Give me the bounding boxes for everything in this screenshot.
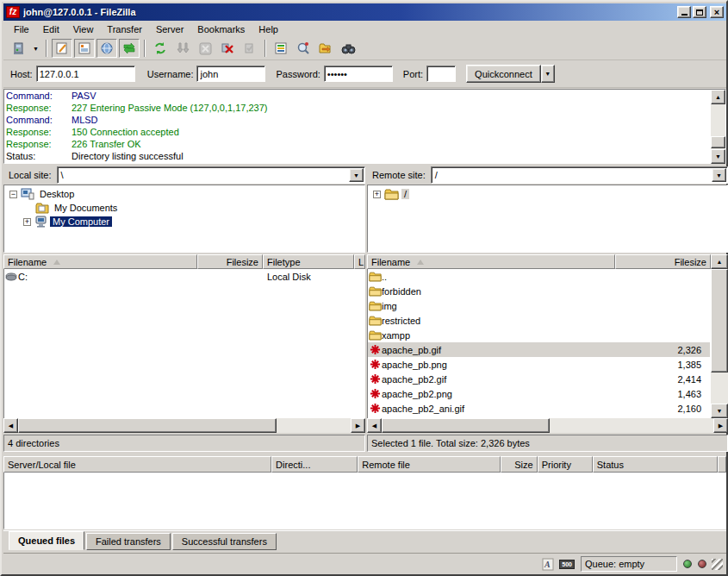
remote-file-row[interactable]: xampp bbox=[368, 328, 710, 342]
tab-queued-files[interactable]: Queued files bbox=[9, 531, 84, 550]
remote-file-row[interactable]: img bbox=[368, 298, 710, 313]
quickconnect-dropdown-button[interactable]: ▼ bbox=[541, 65, 555, 83]
queue-tabs: Queued files Failed transfers Successful… bbox=[3, 530, 726, 550]
disconnect-button[interactable] bbox=[217, 39, 238, 58]
remote-file-row[interactable]: restricted bbox=[368, 313, 710, 328]
tree-item-my-documents[interactable]: My Documents bbox=[4, 201, 364, 215]
resize-grip-icon[interactable] bbox=[712, 559, 723, 570]
remote-file-row[interactable]: apache_pb2.gif 2,414 bbox=[368, 372, 710, 386]
filter-icon bbox=[274, 41, 288, 55]
remote-scroll-up-button[interactable]: ▲ bbox=[711, 254, 728, 269]
file-search-button[interactable] bbox=[293, 39, 314, 58]
queue-col-status[interactable]: Status bbox=[593, 456, 718, 473]
expand-icon[interactable]: + bbox=[23, 218, 31, 226]
folder-icon bbox=[369, 330, 382, 341]
queue-col-size[interactable]: Size bbox=[501, 456, 537, 473]
site-manager-button[interactable] bbox=[8, 39, 28, 58]
password-input[interactable] bbox=[324, 66, 393, 82]
menu-transfer[interactable]: Transfer bbox=[100, 22, 149, 36]
message-log: Command:PASV Response:227 Entering Passi… bbox=[3, 89, 726, 164]
remote-file-row[interactable]: apache_pb.png 1,385 bbox=[368, 357, 710, 372]
local-file-row[interactable]: C: Local Disk bbox=[4, 269, 364, 284]
host-input[interactable] bbox=[36, 66, 135, 82]
remote-scroll-left-button[interactable]: ◀ bbox=[367, 418, 382, 433]
port-input[interactable] bbox=[426, 66, 456, 82]
tab-successful-transfers[interactable]: Successful transfers bbox=[172, 533, 277, 550]
toggle-transfer-queue-button[interactable] bbox=[119, 39, 140, 58]
local-col-filesize[interactable]: Filesize bbox=[197, 254, 263, 269]
local-site-combo[interactable]: \ ▼ bbox=[57, 166, 365, 184]
local-hscrollbar-thumb[interactable] bbox=[18, 418, 277, 433]
remote-file-row[interactable]: apache_pb2.png 1,463 bbox=[368, 386, 710, 401]
log-scroll-up-button[interactable]: ▲ bbox=[711, 90, 725, 104]
remote-site-bar: Remote site: / ▼ bbox=[367, 166, 728, 185]
remote-site-dropdown-icon[interactable]: ▼ bbox=[712, 168, 726, 182]
remote-scroll-right-button[interactable]: ▶ bbox=[713, 418, 728, 433]
directory-filter-button[interactable] bbox=[271, 39, 291, 58]
remote-scroll-down-button[interactable]: ▼ bbox=[711, 404, 728, 418]
remote-site-combo[interactable]: / ▼ bbox=[431, 166, 728, 184]
menu-bookmarks[interactable]: Bookmarks bbox=[190, 22, 252, 36]
local-col-lastmodified[interactable]: L bbox=[354, 254, 365, 269]
refresh-button[interactable] bbox=[150, 39, 171, 58]
remote-file-row[interactable]: forbidden bbox=[368, 284, 710, 298]
username-input[interactable] bbox=[196, 66, 265, 82]
site-manager-dropdown-button[interactable]: ▼ bbox=[30, 39, 41, 58]
file-size: 2,414 bbox=[624, 374, 710, 385]
minimize-button[interactable] bbox=[677, 6, 691, 18]
tree-item-desktop[interactable]: − Desktop bbox=[4, 187, 364, 201]
reconnect-button[interactable] bbox=[240, 39, 260, 58]
file-size: 2,160 bbox=[624, 404, 710, 414]
queue-col-remote-file[interactable]: Remote file bbox=[358, 456, 501, 473]
menu-server[interactable]: Server bbox=[149, 22, 190, 36]
menu-file[interactable]: File bbox=[7, 22, 36, 36]
log-line: Command:PASV bbox=[4, 90, 725, 102]
selected-tree-label: My Computer bbox=[50, 216, 112, 227]
expand-icon[interactable]: + bbox=[373, 191, 381, 198]
toggle-remote-tree-button[interactable] bbox=[96, 39, 117, 58]
file-type: Local Disk bbox=[264, 272, 355, 282]
menu-help[interactable]: Help bbox=[252, 22, 285, 36]
local-scroll-left-button[interactable]: ◀ bbox=[3, 418, 18, 433]
tree-item-root[interactable]: + / bbox=[368, 187, 727, 201]
compare-directories-button[interactable] bbox=[315, 39, 336, 58]
file-size: 2,326 bbox=[624, 345, 710, 355]
remote-col-filesize[interactable]: Filesize bbox=[615, 254, 711, 269]
process-queue-button[interactable] bbox=[172, 39, 193, 58]
tree-item-my-computer[interactable]: + My Computer bbox=[4, 215, 364, 229]
local-col-filename[interactable]: Filename bbox=[3, 254, 197, 269]
local-site-dropdown-icon[interactable]: ▼ bbox=[349, 168, 364, 182]
quickconnect-button[interactable]: Quickconnect bbox=[466, 65, 541, 83]
local-col-filetype[interactable]: Filetype bbox=[263, 254, 354, 269]
toggle-message-log-button[interactable] bbox=[52, 39, 72, 58]
collapse-icon[interactable]: − bbox=[9, 191, 17, 198]
remote-file-row[interactable]: apache_pb2_ani.gif 2,160 bbox=[368, 401, 710, 416]
remote-file-row[interactable]: .. bbox=[368, 269, 710, 284]
remote-scrollbar-track[interactable] bbox=[711, 373, 728, 404]
toggle-local-tree-button[interactable] bbox=[74, 39, 95, 58]
remote-hscrollbar-thumb[interactable] bbox=[382, 418, 550, 433]
remote-hscrollbar-track[interactable] bbox=[550, 418, 713, 433]
queue-col-server-local-file[interactable]: Server/Local file bbox=[3, 456, 271, 473]
remote-file-row-selected[interactable]: apache_pb.gif 2,326 bbox=[368, 342, 710, 357]
tab-failed-transfers[interactable]: Failed transfers bbox=[86, 533, 171, 550]
sort-asc-icon bbox=[417, 260, 424, 265]
local-file-list: C: Local Disk bbox=[3, 269, 365, 418]
local-scroll-right-button[interactable]: ▶ bbox=[351, 418, 365, 433]
menu-edit[interactable]: Edit bbox=[36, 22, 66, 36]
log-scrollbar-thumb[interactable] bbox=[711, 136, 725, 148]
queue-col-priority[interactable]: Priority bbox=[538, 456, 593, 473]
local-hscrollbar-track[interactable] bbox=[277, 418, 351, 433]
folder-icon bbox=[369, 301, 382, 311]
log-scroll-down-button[interactable]: ▼ bbox=[711, 149, 725, 164]
remote-col-filename[interactable]: Filename bbox=[367, 254, 615, 269]
cancel-operation-button[interactable] bbox=[195, 39, 215, 58]
menu-view[interactable]: View bbox=[66, 22, 101, 36]
queue-col-direction[interactable]: Directi... bbox=[271, 456, 358, 473]
synchronized-browsing-button[interactable] bbox=[338, 39, 358, 58]
speed-limit-icon[interactable]: 500 bbox=[559, 560, 575, 569]
remote-scrollbar-thumb[interactable] bbox=[711, 269, 728, 373]
maximize-button[interactable] bbox=[693, 6, 706, 18]
close-button[interactable]: × bbox=[710, 6, 724, 18]
folder-icon bbox=[384, 189, 399, 200]
